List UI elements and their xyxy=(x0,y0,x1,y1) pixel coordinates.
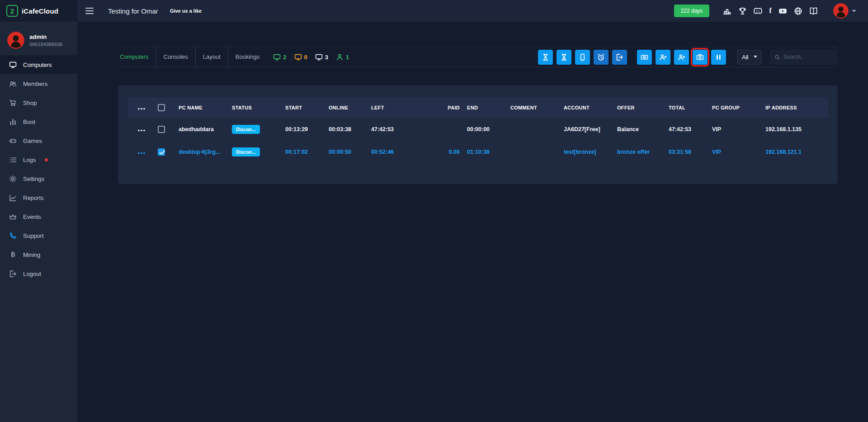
chart-icon xyxy=(9,194,17,202)
filter-select[interactable]: All xyxy=(737,50,762,65)
bars-icon xyxy=(9,118,17,126)
topbar-right: 222 days f xyxy=(674,3,868,19)
checkout-button[interactable] xyxy=(612,50,627,65)
search-input[interactable] xyxy=(783,54,833,60)
monitor-icon xyxy=(9,61,17,69)
cart-icon xyxy=(9,99,17,107)
status-badge: Discon... xyxy=(232,147,260,156)
sidebar-item-members[interactable]: Members xyxy=(0,74,77,93)
phone-icon xyxy=(9,232,17,240)
days-remaining-button[interactable]: 222 days xyxy=(674,5,710,17)
ranking-icon[interactable] xyxy=(723,7,731,15)
tab-bookings[interactable]: Bookings xyxy=(228,47,267,67)
col-pc-name: PC NAME xyxy=(175,97,228,118)
pc-name-link[interactable]: desktop-6j3rg... xyxy=(179,149,220,155)
sidebar-item-reports[interactable]: Reports xyxy=(0,188,77,207)
select-all-checkbox[interactable] xyxy=(158,104,165,111)
hourglass-button[interactable] xyxy=(538,50,553,65)
cell-paid xyxy=(440,118,463,141)
sidebar-item-events[interactable]: Events xyxy=(0,207,77,226)
screenshot-button[interactable] xyxy=(693,50,708,65)
cell-ip-address: 192.168.121.1 xyxy=(762,141,828,163)
sign-out-icon xyxy=(9,270,17,278)
cell-ip-address: 192.168.1.135 xyxy=(762,118,828,141)
cell-end: 00:00:00 xyxy=(463,118,507,141)
row-actions-icon[interactable] xyxy=(138,130,146,132)
topbar-icons: f xyxy=(723,6,818,15)
cell-start: 00:13:29 xyxy=(282,118,325,141)
cash-button[interactable] xyxy=(637,50,652,65)
row-checkbox[interactable] xyxy=(158,126,165,133)
cell-pc-group: VIP xyxy=(708,141,762,163)
chevron-down-icon xyxy=(852,10,856,12)
pc-name-link[interactable]: abedhaddara xyxy=(179,126,214,133)
cell-start: 00:17:02 xyxy=(282,141,325,163)
counter-online-pcs: 2 xyxy=(273,53,286,61)
hourglass-end-button[interactable] xyxy=(557,50,571,65)
sidebar-item-shop[interactable]: Shop xyxy=(0,93,77,112)
sidebar-item-boot[interactable]: Boot xyxy=(0,112,77,131)
avatar xyxy=(833,3,849,19)
cell-comment xyxy=(507,141,560,163)
brand: 2 iCafeCloud xyxy=(0,0,77,22)
col-ip-address: IP ADDRESS xyxy=(762,97,828,118)
table-row: desktop-6j3rg... Discon... 00:17:02 00:0… xyxy=(128,141,828,163)
list-icon xyxy=(9,156,17,164)
user-plus-button[interactable] xyxy=(656,50,670,65)
cell-left: 00:52:46 xyxy=(368,141,440,163)
sidebar: admin 096184986696 Computers Members Sho… xyxy=(0,22,77,422)
col-account: ACCOUNT xyxy=(560,97,613,118)
discord-icon[interactable] xyxy=(754,7,762,15)
youtube-icon[interactable] xyxy=(778,7,787,15)
user-plus-2-button[interactable] xyxy=(674,50,689,65)
header-actions-icon[interactable] xyxy=(138,108,146,110)
give-us-a-like-link[interactable]: Give us a like xyxy=(170,8,202,14)
row-actions-icon[interactable] xyxy=(138,152,146,154)
main-content: Computers Consoles Layout Bookings 2 0 3… xyxy=(77,22,868,422)
user-name: admin xyxy=(29,33,62,40)
sidebar-item-settings[interactable]: Settings xyxy=(0,169,77,188)
tab-consoles[interactable]: Consoles xyxy=(156,47,196,67)
tab-layout[interactable]: Layout xyxy=(196,47,228,67)
sidebar-item-mining[interactable]: Mining xyxy=(0,245,77,264)
cell-online: 00:03:38 xyxy=(325,118,368,141)
sidebar-user: admin 096184986696 xyxy=(0,28,77,55)
counter-members: 1 xyxy=(336,53,349,61)
table-row: abedhaddara Discon... 00:13:29 00:03:38 … xyxy=(128,118,828,141)
computers-table: PC NAME STATUS START ONLINE LEFT PAID EN… xyxy=(128,97,828,163)
tab-computers[interactable]: Computers xyxy=(118,47,156,67)
col-left: LEFT xyxy=(368,97,440,118)
col-pc-group: PC GROUP xyxy=(708,97,762,118)
tabbar: Computers Consoles Layout Bookings 2 0 3… xyxy=(118,47,838,67)
alarm-button[interactable] xyxy=(594,50,609,65)
cell-paid: 0.00 xyxy=(440,141,463,163)
gear-icon xyxy=(9,175,17,183)
col-total: TOTAL xyxy=(665,97,708,118)
mobile-button[interactable] xyxy=(575,50,590,65)
globe-icon[interactable] xyxy=(794,7,802,15)
book-icon[interactable] xyxy=(809,7,818,15)
notification-dot xyxy=(45,158,48,161)
pause-button[interactable] xyxy=(711,50,726,65)
cell-comment xyxy=(507,118,560,141)
sidebar-item-support[interactable]: Support xyxy=(0,226,77,245)
facebook-icon[interactable]: f xyxy=(769,6,772,15)
cell-offer: bronze offer xyxy=(613,141,665,163)
status-counters: 2 0 3 1 xyxy=(273,53,349,61)
sidebar-item-computers[interactable]: Computers xyxy=(0,55,77,74)
col-offer: OFFER xyxy=(613,97,665,118)
bitcoin-icon xyxy=(9,251,17,259)
sidebar-item-logout[interactable]: Logout xyxy=(0,264,77,283)
user-menu[interactable] xyxy=(833,3,856,19)
cell-left: 47:42:53 xyxy=(368,118,440,141)
sidebar-avatar xyxy=(7,32,24,49)
row-checkbox[interactable] xyxy=(158,148,165,156)
sidebar-item-logs[interactable]: Logs xyxy=(0,150,77,169)
status-badge: Discon... xyxy=(232,125,260,134)
col-start: START xyxy=(282,97,325,118)
cell-offer: Balance xyxy=(613,118,665,141)
cell-total: 03:31:58 xyxy=(665,141,708,163)
trophy-icon[interactable] xyxy=(738,7,747,15)
menu-toggle-icon[interactable] xyxy=(85,8,94,14)
sidebar-item-games[interactable]: Games xyxy=(0,131,77,150)
